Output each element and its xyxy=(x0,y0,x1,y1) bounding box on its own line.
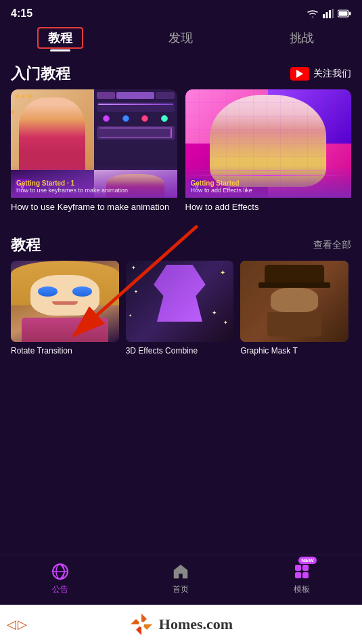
status-icons xyxy=(307,9,351,18)
homes-logo xyxy=(129,612,154,637)
template-badge: NEW xyxy=(292,562,311,581)
card-thumb-keyframe: ❋ ❋ ❋ ❋ xyxy=(11,89,177,198)
card-thumb-effects: V Getting Started How to add Effects lik… xyxy=(185,89,352,198)
feed-label: 公告 xyxy=(52,584,68,595)
svg-point-16 xyxy=(139,622,144,627)
nav-item-template[interactable]: NEW 模板 xyxy=(292,562,311,595)
home-icon xyxy=(171,562,190,581)
feed-icon xyxy=(51,562,70,581)
ad-banner: ◁ ▷ Homes.com xyxy=(0,605,362,644)
tutorial-card-effects[interactable]: V Getting Started How to add Effects lik… xyxy=(185,89,352,216)
svg-rect-15 xyxy=(302,572,309,578)
tutorials-section-header: 教程 查看全部 xyxy=(0,227,362,261)
svg-rect-6 xyxy=(339,12,348,16)
signal-icon xyxy=(323,9,334,18)
svg-rect-1 xyxy=(326,12,328,18)
gs-badge-2: Getting Started How to add Effects like xyxy=(185,166,352,198)
nav-tab-challenge[interactable]: 挑战 xyxy=(279,27,325,49)
thumb-cell-editor xyxy=(94,89,177,170)
ad-text: Homes.com xyxy=(159,616,233,633)
tutorial-card-keyframe[interactable]: ❋ ❋ ❋ ❋ xyxy=(11,89,177,216)
nav-tab-tutorials[interactable]: 教程 xyxy=(37,27,83,49)
status-bar: 4:15 xyxy=(0,0,362,24)
small-card-rotate[interactable]: Rotate Transition xyxy=(11,261,119,357)
nav-item-home[interactable]: 首页 xyxy=(171,562,190,595)
beginner-cards-row: ❋ ❋ ❋ ❋ xyxy=(0,89,362,216)
template-label: 模板 xyxy=(294,584,310,595)
small-card-mask[interactable]: Graphic Mask T xyxy=(240,261,348,357)
card1-title: How to use Keyframe to make animation xyxy=(11,198,177,216)
small-thumb-rotate xyxy=(11,261,119,342)
bottom-nav: 公告 首页 NEW 模板 xyxy=(0,555,362,603)
follow-button[interactable]: 关注我们 xyxy=(290,67,351,81)
svg-rect-3 xyxy=(332,9,334,18)
content-area: 入门教程 关注我们 ❋ ❋ ❋ ❋ xyxy=(0,56,362,444)
ad-arrow: ◁ ▷ xyxy=(7,617,27,632)
small-thumb-mask xyxy=(240,261,348,342)
beginner-section-header: 入门教程 关注我们 xyxy=(0,56,362,89)
wifi-icon xyxy=(307,9,319,18)
svg-rect-12 xyxy=(295,565,301,571)
small-card-title-3d: 3D Effects Combine xyxy=(126,346,234,357)
small-thumb-3d: ✦ ✦ ✦ ✦ ✦ ✦ xyxy=(126,261,234,342)
nav-item-feed[interactable]: 公告 xyxy=(51,562,70,595)
nav-tab-discover[interactable]: 发现 xyxy=(158,27,204,49)
battery-icon xyxy=(338,9,351,18)
tutorials-title: 教程 xyxy=(11,235,41,255)
small-card-3d[interactable]: ✦ ✦ ✦ ✦ ✦ ✦ 3D Effects Combine xyxy=(126,261,234,357)
small-cards-row: Rotate Transition ✦ ✦ ✦ ✦ ✦ xyxy=(0,261,362,357)
tutorials-cards-container: Rotate Transition ✦ ✦ ✦ ✦ ✦ xyxy=(0,261,362,357)
tutorials-section: 教程 查看全部 xyxy=(0,227,362,357)
svg-rect-5 xyxy=(349,12,351,16)
youtube-icon xyxy=(290,67,309,81)
gs-badge-1: Getting Started · 1 How to use keyframes… xyxy=(11,166,177,198)
new-badge: NEW xyxy=(298,557,317,564)
card2-title: How to add Effects xyxy=(185,198,352,216)
thumb-cell-person: ❋ ❋ ❋ ❋ xyxy=(11,89,94,170)
follow-label: 关注我们 xyxy=(313,68,351,80)
see-all-button[interactable]: 查看全部 xyxy=(313,239,351,251)
small-card-title-rotate: Rotate Transition xyxy=(11,346,119,357)
svg-rect-13 xyxy=(302,565,309,571)
beginner-title: 入门教程 xyxy=(11,64,70,84)
status-time: 4:15 xyxy=(11,7,32,20)
top-nav: 教程 发现 挑战 xyxy=(0,24,362,56)
svg-rect-0 xyxy=(323,14,325,18)
home-label: 首页 xyxy=(173,584,189,595)
svg-rect-14 xyxy=(295,572,301,578)
svg-rect-2 xyxy=(329,10,331,18)
small-card-title-mask: Graphic Mask T xyxy=(240,346,348,357)
